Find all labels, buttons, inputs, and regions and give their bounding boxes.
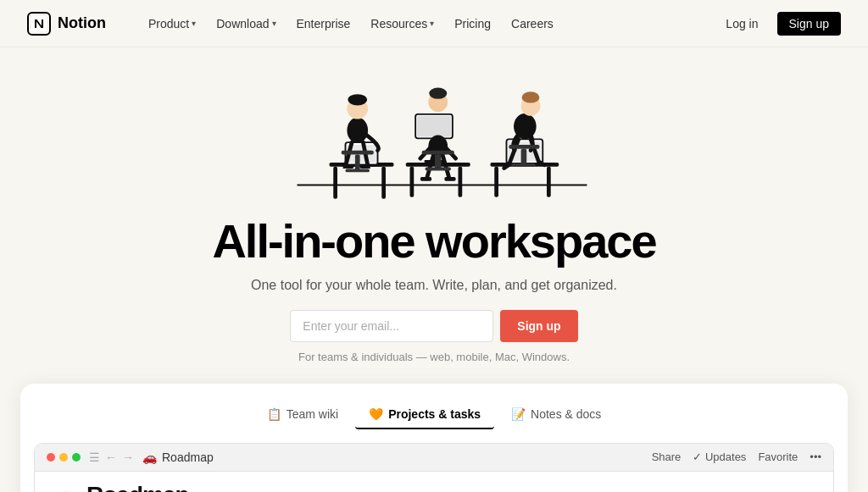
hero-section: All-in-one workspace One tool for your w… bbox=[0, 47, 868, 384]
more-options-icon[interactable]: ••• bbox=[810, 451, 821, 463]
updates-button[interactable]: ✓ Updates bbox=[693, 451, 746, 463]
login-button[interactable]: Log in bbox=[714, 12, 770, 36]
nav-enterprise[interactable]: Enterprise bbox=[288, 12, 359, 36]
svg-rect-30 bbox=[547, 167, 551, 197]
svg-rect-29 bbox=[494, 167, 498, 197]
nav-actions: Log in Sign up bbox=[714, 12, 841, 36]
page-content: 🚗 Roadmap bbox=[35, 472, 833, 492]
svg-point-7 bbox=[347, 118, 368, 143]
browser-content-area: 🚗 Roadmap bbox=[35, 472, 833, 492]
hamburger-icon: ☰ bbox=[89, 451, 100, 464]
svg-rect-3 bbox=[381, 167, 386, 199]
browser-window: ☰ ← → 🚗 Roadmap Share ✓ Updates Favorite… bbox=[34, 443, 834, 492]
brand-name: Notion bbox=[58, 14, 106, 32]
notes-docs-icon: 📝 bbox=[511, 407, 526, 421]
favorite-button[interactable]: Favorite bbox=[758, 451, 798, 463]
svg-rect-37 bbox=[509, 145, 539, 149]
svg-rect-19 bbox=[417, 116, 451, 137]
svg-point-9 bbox=[348, 94, 367, 105]
svg-rect-26 bbox=[435, 154, 442, 169]
browser-actions: Share ✓ Updates Favorite ••• bbox=[652, 451, 821, 463]
logo-link[interactable]: Notion bbox=[27, 12, 106, 36]
hero-signup-button[interactable]: Sign up bbox=[500, 310, 577, 342]
svg-rect-10 bbox=[342, 151, 374, 155]
nav-download[interactable]: Download ▾ bbox=[208, 12, 284, 36]
svg-rect-11 bbox=[355, 154, 360, 170]
svg-rect-2 bbox=[333, 167, 337, 199]
svg-rect-27 bbox=[426, 168, 451, 171]
page-title-icon: 🚗 bbox=[142, 451, 157, 464]
svg-rect-15 bbox=[459, 167, 463, 197]
close-dot[interactable] bbox=[47, 453, 55, 462]
navbar: Notion Product ▾ Download ▾ Enterprise R… bbox=[0, 0, 868, 47]
tab-team-wiki[interactable]: 📋 Team wiki bbox=[253, 401, 352, 429]
svg-rect-23 bbox=[420, 177, 431, 181]
maximize-dot[interactable] bbox=[72, 453, 81, 462]
nav-links: Product ▾ Download ▾ Enterprise Resource… bbox=[140, 12, 714, 36]
demo-tabs: 📋 Team wiki 🧡 Projects & tasks 📝 Notes &… bbox=[20, 401, 848, 429]
download-chevron-icon: ▾ bbox=[272, 19, 276, 28]
svg-rect-38 bbox=[521, 149, 527, 165]
svg-rect-12 bbox=[346, 169, 370, 172]
product-chevron-icon: ▾ bbox=[192, 19, 196, 28]
minimize-dot[interactable] bbox=[59, 453, 68, 462]
email-input[interactable] bbox=[290, 310, 493, 342]
browser-bar: ☰ ← → 🚗 Roadmap Share ✓ Updates Favorite… bbox=[35, 444, 833, 472]
hero-subtitle: One tool for your whole team. Write, pla… bbox=[251, 278, 617, 293]
projects-tasks-icon: 🧡 bbox=[369, 407, 383, 421]
svg-point-36 bbox=[522, 91, 540, 102]
resources-chevron-icon: ▾ bbox=[430, 19, 434, 28]
team-wiki-icon: 📋 bbox=[267, 407, 281, 421]
share-button[interactable]: Share bbox=[652, 451, 682, 463]
window-controls bbox=[47, 453, 81, 462]
hero-illustration bbox=[273, 64, 595, 208]
notion-icon bbox=[27, 12, 51, 36]
nav-product[interactable]: Product ▾ bbox=[140, 12, 204, 36]
nav-pricing[interactable]: Pricing bbox=[446, 12, 499, 36]
browser-page-title: 🚗 Roadmap bbox=[142, 451, 643, 464]
demo-section: 📋 Team wiki 🧡 Projects & tasks 📝 Notes &… bbox=[20, 384, 848, 492]
page-heading: Roadmap bbox=[86, 482, 189, 492]
browser-nav-controls: ☰ ← → bbox=[89, 451, 134, 464]
hero-form: Sign up bbox=[290, 310, 577, 342]
back-icon[interactable]: ← bbox=[105, 451, 117, 464]
roadmap-page-icon: 🚗 bbox=[52, 484, 75, 492]
hero-title: All-in-one workspace bbox=[212, 215, 655, 268]
svg-rect-24 bbox=[444, 177, 455, 181]
nav-careers[interactable]: Careers bbox=[503, 12, 562, 36]
svg-rect-39 bbox=[511, 163, 536, 167]
forward-icon[interactable]: → bbox=[122, 451, 134, 464]
signup-button[interactable]: Sign up bbox=[777, 12, 841, 36]
svg-point-22 bbox=[429, 88, 447, 99]
check-icon: ✓ bbox=[693, 451, 702, 463]
svg-rect-14 bbox=[410, 167, 415, 197]
nav-resources[interactable]: Resources ▾ bbox=[362, 12, 442, 36]
tab-projects-tasks[interactable]: 🧡 Projects & tasks bbox=[355, 401, 494, 429]
hero-note: For teams & individuals — web, mobile, M… bbox=[298, 351, 570, 363]
tab-notes-docs[interactable]: 📝 Notes & docs bbox=[498, 401, 615, 429]
svg-rect-25 bbox=[422, 151, 454, 155]
